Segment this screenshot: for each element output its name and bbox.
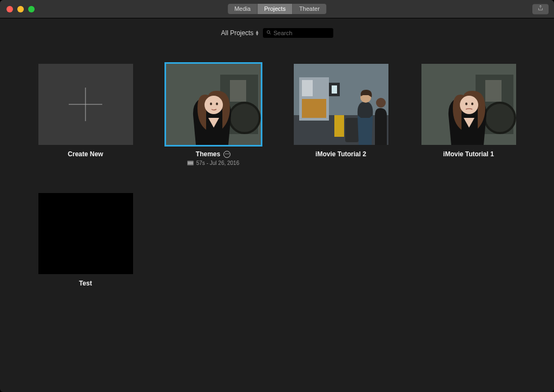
project-title: Test bbox=[79, 280, 92, 287]
tab-theater[interactable]: Theater bbox=[293, 4, 326, 14]
project-thumb-themes[interactable] bbox=[166, 64, 261, 145]
svg-rect-5 bbox=[230, 80, 246, 102]
svg-point-6 bbox=[205, 96, 223, 114]
svg-point-22 bbox=[376, 98, 386, 108]
project-tile-test[interactable]: Test bbox=[38, 193, 133, 287]
svg-point-30 bbox=[471, 103, 473, 105]
create-new-tile[interactable]: Create New bbox=[38, 64, 133, 166]
project-thumb-test[interactable] bbox=[38, 193, 133, 274]
svg-rect-19 bbox=[334, 115, 344, 137]
titlebar: Media Projects Theater bbox=[0, 0, 554, 18]
project-title: Themes bbox=[196, 150, 220, 158]
window-controls bbox=[0, 6, 35, 12]
zoom-window-button[interactable] bbox=[28, 6, 35, 12]
close-window-button[interactable] bbox=[6, 6, 13, 12]
search-field[interactable] bbox=[263, 28, 333, 38]
projects-filter-dropdown[interactable]: All Projects ▴▾ bbox=[221, 29, 258, 37]
thumbnail-image bbox=[421, 64, 516, 145]
project-thumb-tutorial-2[interactable] bbox=[294, 64, 388, 145]
svg-point-7 bbox=[210, 103, 212, 105]
tab-media[interactable]: Media bbox=[228, 4, 258, 14]
search-input[interactable] bbox=[274, 30, 348, 36]
svg-rect-18 bbox=[332, 85, 337, 94]
filter-bar: All Projects ▴▾ bbox=[0, 18, 554, 48]
svg-rect-15 bbox=[302, 80, 313, 96]
project-more-button[interactable]: ⋯ bbox=[223, 151, 230, 158]
minimize-window-button[interactable] bbox=[17, 6, 24, 12]
tab-projects[interactable]: Projects bbox=[258, 4, 293, 14]
svg-rect-20 bbox=[345, 118, 359, 142]
svg-rect-16 bbox=[302, 99, 326, 118]
updown-icon: ▴▾ bbox=[256, 30, 259, 36]
create-new-thumb[interactable] bbox=[38, 64, 133, 145]
svg-point-8 bbox=[216, 103, 218, 105]
project-tile-tutorial-2[interactable]: iMovie Tutorial 2 bbox=[293, 64, 388, 166]
movie-icon bbox=[187, 161, 194, 165]
create-new-label: Create New bbox=[68, 150, 103, 158]
svg-rect-11 bbox=[187, 164, 193, 165]
project-tile-themes[interactable]: Themes ⋯ 57s - Jul 26, 2016 bbox=[166, 64, 261, 166]
app-window: Media Projects Theater All Projects ▴▾ bbox=[0, 0, 554, 392]
project-thumb-tutorial-1[interactable] bbox=[421, 64, 516, 145]
svg-point-0 bbox=[267, 31, 269, 34]
svg-rect-27 bbox=[485, 80, 502, 102]
thumbnail-image bbox=[294, 64, 388, 145]
projects-grid: Create New bbox=[0, 48, 554, 303]
thumbnail-image bbox=[166, 64, 261, 145]
svg-rect-10 bbox=[187, 161, 193, 162]
project-meta-text: 57s - Jul 26, 2016 bbox=[196, 160, 240, 166]
share-icon bbox=[537, 4, 544, 14]
view-segmented-control: Media Projects Theater bbox=[228, 4, 326, 14]
svg-point-28 bbox=[460, 96, 478, 114]
share-button[interactable] bbox=[532, 4, 549, 14]
project-title: iMovie Tutorial 2 bbox=[315, 150, 366, 158]
projects-filter-label: All Projects bbox=[221, 29, 253, 37]
svg-point-26 bbox=[485, 103, 515, 133]
svg-point-29 bbox=[465, 103, 467, 105]
project-tile-tutorial-1[interactable]: iMovie Tutorial 1 bbox=[421, 64, 516, 166]
svg-point-4 bbox=[229, 103, 260, 133]
search-icon bbox=[266, 29, 272, 37]
project-meta: 57s - Jul 26, 2016 bbox=[187, 160, 240, 166]
project-title: iMovie Tutorial 1 bbox=[443, 150, 494, 158]
